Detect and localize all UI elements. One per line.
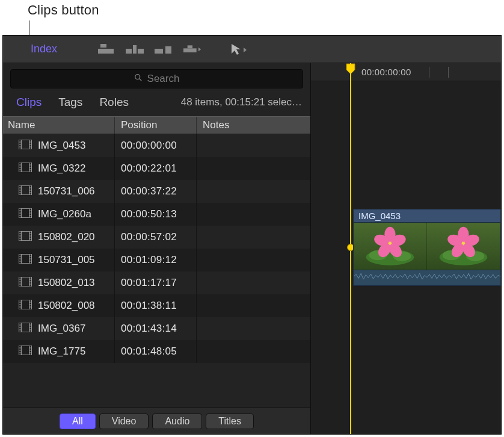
timeline-clip-thumbnails [353,222,501,270]
cell-notes [197,180,310,203]
cell-position: 00:01:17:17 [115,271,197,294]
svg-point-9 [135,75,140,79]
column-header-position[interactable]: Position [115,117,197,134]
cell-notes [197,203,310,226]
table-row[interactable]: IMG_045300:00:00:00 [3,134,310,157]
svg-rect-2 [126,49,132,54]
tab-tags[interactable]: Tags [57,95,84,110]
search-placeholder: Search [147,73,180,85]
timeline-clip-audio-waveform [353,270,501,286]
clips-table: Name Position Notes IMG_045300:00:00:00I… [3,116,310,408]
search-input[interactable]: Search [10,69,303,88]
timeline-clip[interactable]: IMG_0453 [353,209,501,287]
filmstrip-icon [19,346,32,358]
table-body: IMG_045300:00:00:00IMG_032200:00:22:0115… [3,134,310,408]
cell-position: 00:00:57:02 [115,226,197,249]
tab-clips[interactable]: Clips [15,95,43,110]
filter-video[interactable]: Video [99,414,149,429]
clip-name: IMG_0260a [38,208,91,220]
tab-roles[interactable]: Roles [98,95,130,110]
table-row[interactable]: IMG_0260a00:00:50:13 [3,203,310,226]
table-row[interactable]: IMG_036700:01:43:14 [3,317,310,340]
svg-line-10 [139,79,141,81]
clip-name: IMG_0453 [38,140,85,152]
clip-name: 150731_005 [38,254,95,266]
svg-rect-6 [165,46,171,54]
cell-notes [197,271,310,294]
svg-rect-12 [21,140,29,149]
clip-thumbnail [354,223,427,270]
filmstrip-icon [19,323,32,335]
table-row[interactable]: 150731_00500:01:09:12 [3,249,310,271]
index-panel: Search Clips Tags Roles 48 items, 00:15:… [3,63,311,434]
cell-name: IMG_0260a [3,203,115,226]
tabs-row: Clips Tags Roles 48 items, 00:15:21 sele… [3,95,310,116]
filmstrip-icon [19,300,32,312]
clip-name: 150802_020 [38,231,95,243]
cell-position: 00:01:43:14 [115,317,197,340]
cell-name: IMG_0367 [3,317,115,340]
svg-rect-28 [21,185,29,195]
svg-rect-20 [21,163,29,172]
flower-icon [427,223,500,270]
table-row[interactable]: 150802_00800:01:38:11 [3,294,310,317]
table-row[interactable]: IMG_177500:01:48:05 [3,340,310,363]
cell-name: 150802_013 [3,271,115,294]
filmstrip-icon [19,277,32,290]
selection-status: 48 items, 00:15:21 selec… [181,96,302,108]
clip-thumbnail [427,223,500,270]
table-row[interactable]: 150802_02000:00:57:02 [3,226,310,249]
append-clip-icon[interactable] [155,42,173,57]
cell-name: 150802_020 [3,226,115,249]
svg-rect-5 [155,49,163,54]
svg-rect-76 [21,323,29,332]
cell-position: 00:01:38:11 [115,294,197,317]
cell-name: IMG_1775 [3,340,115,363]
cell-position: 00:00:22:01 [115,157,197,180]
column-header-name[interactable]: Name [3,117,115,134]
table-row[interactable]: IMG_032200:00:22:01 [3,157,310,180]
svg-rect-8 [188,46,192,49]
filter-audio[interactable]: Audio [152,414,202,429]
filmstrip-icon [19,208,32,221]
cell-notes [197,294,310,317]
callout-label: Clips button [28,2,99,18]
filmstrip-icon [19,163,32,175]
clip-name: IMG_0322 [38,163,85,175]
svg-rect-84 [21,346,29,355]
timeline-ruler[interactable]: 00:00:00:00 [311,63,501,81]
cell-name: IMG_0322 [3,157,115,180]
cell-name: IMG_0453 [3,134,115,157]
ruler-tick [429,67,429,78]
cell-notes [197,157,310,180]
table-header: Name Position Notes [3,116,310,134]
cell-name: 150802_008 [3,294,115,317]
timecode-label: 00:00:00:00 [361,67,411,77]
index-button[interactable]: Index [20,40,68,58]
table-row[interactable]: 150802_01300:01:17:17 [3,271,310,294]
select-tool-icon[interactable] [229,42,247,57]
clip-name: 150731_006 [38,185,95,197]
svg-rect-3 [138,49,144,54]
filter-titles[interactable]: Titles [206,414,254,429]
table-row[interactable]: 150731_00600:00:37:22 [3,180,310,203]
overwrite-clip-icon[interactable] [183,42,201,57]
cell-position: 00:00:00:00 [115,134,197,157]
timeline-area[interactable]: 00:00:00:00 IMG_0453 [311,63,501,434]
filter-all[interactable]: All [60,414,96,429]
flower-icon [354,223,426,270]
column-header-notes[interactable]: Notes [197,117,310,134]
cell-notes [197,226,310,249]
filmstrip-icon [19,231,32,244]
cell-notes [197,340,310,363]
svg-rect-7 [183,49,197,53]
cell-name: 150731_005 [3,249,115,271]
cell-position: 00:00:50:13 [115,203,197,226]
cell-notes [197,134,310,157]
connect-clip-icon[interactable] [97,42,115,57]
svg-rect-68 [21,300,29,309]
clip-name: 150802_008 [38,300,95,312]
insert-clip-icon[interactable] [126,42,144,57]
toolbar-icon-group [97,42,247,57]
svg-rect-4 [133,45,137,54]
